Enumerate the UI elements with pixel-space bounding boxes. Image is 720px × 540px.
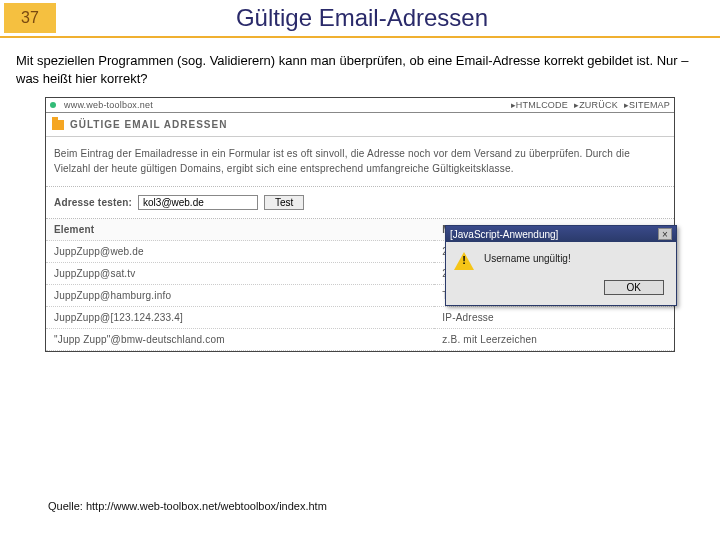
source-label: Quelle: — [48, 500, 86, 512]
warning-icon: ! — [454, 252, 474, 270]
dialog-message: Username ungültig! — [484, 252, 668, 264]
slide-number: 37 — [4, 3, 56, 33]
test-label: Adresse testen: — [54, 197, 132, 208]
intro-text: Mit speziellen Programmen (sog. Validier… — [0, 52, 720, 97]
folder-icon — [52, 120, 64, 130]
dialog-title: [JavaScript-Anwendung] — [450, 229, 658, 240]
globe-icon — [50, 100, 58, 110]
page-title: Gültige Email-Adressen — [56, 4, 720, 32]
header-row: 37 Gültige Email-Adressen — [0, 0, 720, 38]
url-text: www.web-toolbox.net — [64, 100, 153, 110]
breadcrumb: GÜLTIGE EMAIL ADRESSEN — [46, 113, 674, 137]
breadcrumb-text: GÜLTIGE EMAIL ADRESSEN — [70, 119, 227, 130]
dialog-titlebar: [JavaScript-Anwendung] × — [446, 226, 676, 242]
test-row: Adresse testen: Test — [46, 187, 674, 219]
nav-back[interactable]: ▸ZURÜCK — [574, 100, 618, 110]
ok-button[interactable]: OK — [604, 280, 664, 295]
screenshot-intro: Beim Eintrag der Emailadresse in ein For… — [46, 137, 674, 187]
source-line: Quelle: http://www.web-toolbox.net/webto… — [48, 500, 327, 512]
col-header-element: Element — [46, 219, 434, 241]
nav-htmlcode[interactable]: ▸HTMLCODE — [511, 100, 568, 110]
close-icon[interactable]: × — [658, 228, 672, 240]
nav-sitemap[interactable]: ▸SITEMAP — [624, 100, 670, 110]
dialog-body: ! Username ungültig! — [446, 242, 676, 276]
table-row: "Jupp Zupp"@bmw-deutschland.comz.B. mit … — [46, 329, 674, 351]
js-alert-dialog: [JavaScript-Anwendung] × ! Username ungü… — [445, 225, 677, 306]
url-bar: www.web-toolbox.net ▸HTMLCODE ▸ZURÜCK ▸S… — [46, 98, 674, 113]
dialog-button-row: OK — [446, 276, 676, 305]
table-row: JuppZupp@[123.124.233.4]IP-Adresse — [46, 307, 674, 329]
screenshot-container: www.web-toolbox.net ▸HTMLCODE ▸ZURÜCK ▸S… — [45, 97, 675, 352]
source-url: http://www.web-toolbox.net/webtoolbox/in… — [86, 500, 327, 512]
address-input[interactable] — [138, 195, 258, 210]
test-button[interactable]: Test — [264, 195, 304, 210]
